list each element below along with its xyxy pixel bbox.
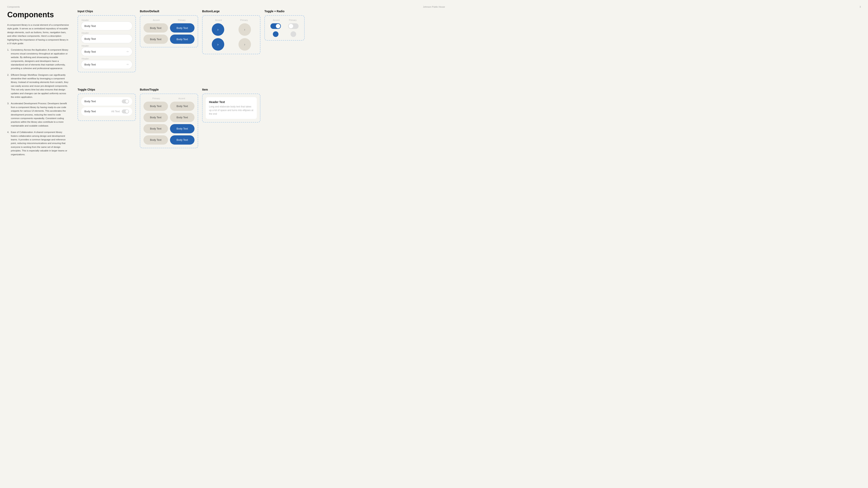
- toggle-switch-1[interactable]: [122, 99, 129, 103]
- item-header: Header Text: [209, 100, 254, 104]
- button-default-title: Button/Default: [140, 10, 198, 13]
- edit-icon-1: ✏: [127, 50, 129, 53]
- toggle-chips-title: Toggle Chips: [78, 88, 136, 91]
- list-item: Consistency Across the Application: A co…: [7, 48, 69, 70]
- item-body: Long and elaborate body text that takes …: [209, 105, 254, 116]
- item-section: Item Header Text Long and elaborate body…: [202, 88, 260, 159]
- btn-toggle-accent-3[interactable]: Body Text: [170, 124, 194, 133]
- btn-toggle-primary-3[interactable]: Body Text: [144, 124, 168, 133]
- chip-body-2[interactable]: Body Text: [81, 35, 132, 43]
- btn-primary-2[interactable]: Body Text: [170, 35, 194, 44]
- btn-default-primary-header: Primary: [169, 19, 194, 21]
- intro-text: A component library is a crucial element…: [7, 23, 69, 45]
- btn-default-accent-header: Accent: [144, 19, 169, 21]
- breadcrumb: Components: [7, 6, 20, 8]
- input-chips-container: Header Body Text Header Body Text Header: [78, 15, 136, 72]
- toggle-radio-container: Accent Primary: [265, 15, 305, 40]
- btn-large-accent-col: › ›: [206, 23, 230, 51]
- right-column: Input Chips Header Body Text Header Body…: [78, 10, 861, 159]
- btn-large-grid: › › › ›: [206, 23, 257, 51]
- toggle-switch-2[interactable]: [122, 109, 129, 113]
- radio-col: [286, 23, 301, 37]
- chip-text-2: Body Text: [84, 37, 96, 40]
- toggle-off[interactable]: [288, 23, 299, 29]
- chip-header-3: Header: [82, 44, 132, 47]
- toggle-chips-container: Body Text Body Text Alt Text: [78, 94, 136, 121]
- toggle-radio-title: Toggle + Radio: [265, 10, 305, 13]
- btn-large-primary-1[interactable]: ›: [239, 23, 251, 36]
- item-container: Header Text Long and elaborate body text…: [202, 94, 260, 123]
- btn-toggle-headers: Primary Accent: [144, 97, 194, 101]
- btn-toggle-accent-4[interactable]: Body Text: [170, 135, 194, 144]
- input-chips-title: Input Chips: [78, 10, 136, 13]
- toggle-chip-2[interactable]: Body Text Alt Text: [81, 107, 132, 116]
- btn-toggle-primary-2[interactable]: Body Text: [144, 113, 168, 122]
- btn-large-primary-2[interactable]: ›: [239, 38, 251, 51]
- chip-header-2: Header: [82, 32, 132, 34]
- chip-group: Header Body Text Header Body Text Header: [81, 19, 132, 69]
- button-large-section: Button/Large Accent Primary › › › ›: [202, 10, 260, 83]
- chip-header-4: Header: [82, 58, 132, 60]
- toggle-chip-1[interactable]: Body Text: [81, 97, 132, 106]
- btn-large-accent-1[interactable]: ›: [212, 23, 224, 36]
- btn-default-headers: Accent Primary: [144, 19, 194, 23]
- chip-text-4: Body Text: [84, 63, 96, 66]
- list-item: Efficient Design Workflow: Designers can…: [7, 73, 69, 99]
- toggle-chip-right-2: Alt Text: [111, 109, 129, 113]
- btn-toggle-accent-1[interactable]: Body Text: [170, 102, 194, 111]
- btn-primary-1[interactable]: Body Text: [170, 23, 194, 33]
- btn-large-accent-header: Accent: [206, 19, 231, 21]
- list-item: Accelerated Development Process: Develop…: [7, 102, 69, 128]
- btn-large-headers: Accent Primary: [206, 19, 257, 23]
- feature-list: Consistency Across the Application: A co…: [7, 48, 69, 156]
- chip-item-3: Header Body Text ✏: [81, 44, 132, 56]
- btn-accent-2[interactable]: Body Text: [144, 35, 168, 44]
- toggle-chip-label-1: Body Text: [84, 100, 96, 103]
- button-large-title: Button/Large: [202, 10, 260, 13]
- btn-toggle-primary-header: Primary: [144, 97, 169, 100]
- chip-body-4[interactable]: Body Text ✏: [81, 60, 132, 69]
- toggle-chips-section: Toggle Chips Body Text Body Text Alt Tex…: [78, 88, 136, 159]
- tr-accent-header: Accent: [268, 19, 284, 21]
- toggle-chip-label-2: Body Text: [84, 110, 96, 113]
- chip-body-1[interactable]: Body Text: [81, 22, 132, 30]
- button-default-container: Accent Primary Body Text Body Text Body …: [140, 15, 198, 47]
- list-item: Ease of Collaboration: A shared componen…: [7, 130, 69, 156]
- btn-accent-1[interactable]: Body Text: [144, 23, 168, 33]
- chip-text-3: Body Text: [84, 50, 96, 53]
- chip-item-1: Header Body Text: [81, 19, 132, 30]
- btn-toggle-accent-header: Accent: [169, 97, 194, 100]
- input-chips-section: Input Chips Header Body Text Header Body…: [78, 10, 136, 83]
- btn-toggle-grid: Body Text Body Text Body Text Body Text …: [144, 102, 194, 144]
- btn-large-primary-col: › ›: [232, 23, 257, 51]
- center-title: Johnson Public House: [423, 6, 445, 8]
- btn-toggle-accent-2[interactable]: Body Text: [170, 113, 194, 122]
- toggle-on[interactable]: [271, 23, 281, 29]
- toggle-col: [268, 23, 283, 37]
- toggle-radio-headers: Accent Primary: [268, 19, 301, 23]
- btn-large-primary-header: Primary: [231, 19, 257, 21]
- chip-item-2: Header Body Text: [81, 32, 132, 43]
- toggle-chip-alt-2: Alt Text: [111, 110, 120, 113]
- btn-toggle-primary-4[interactable]: Body Text: [144, 135, 168, 144]
- btn-default-grid: Body Text Body Text Body Text Body Text: [144, 23, 194, 44]
- item-title: Item: [202, 88, 260, 91]
- radio-on[interactable]: [273, 31, 278, 37]
- chip-body-3[interactable]: Body Text ✏: [81, 47, 132, 56]
- chip-text-1: Body Text: [84, 25, 96, 28]
- btn-large-accent-2[interactable]: ›: [212, 38, 224, 51]
- page-title: Components: [7, 10, 69, 19]
- toggle-radio-section: Toggle + Radio Accent Primary: [265, 10, 305, 83]
- item-card: Header Text Long and elaborate body text…: [206, 97, 257, 119]
- button-toggle-section: Button/Toggle Primary Accent Body Text B…: [140, 88, 198, 159]
- toggle-radio-grid: [268, 23, 301, 37]
- edit-icon-2: ✏: [127, 63, 129, 66]
- button-toggle-container: Primary Accent Body Text Body Text Body …: [140, 94, 198, 148]
- radio-off[interactable]: [290, 31, 296, 37]
- page-number: 3: [860, 6, 861, 8]
- button-toggle-title: Button/Toggle: [140, 88, 198, 91]
- button-default-section: Button/Default Accent Primary Body Text …: [140, 10, 198, 83]
- button-large-container: Accent Primary › › › ›: [202, 15, 260, 54]
- btn-toggle-primary-1[interactable]: Body Text: [144, 102, 168, 111]
- left-column: Components A component library is a cruc…: [7, 10, 69, 159]
